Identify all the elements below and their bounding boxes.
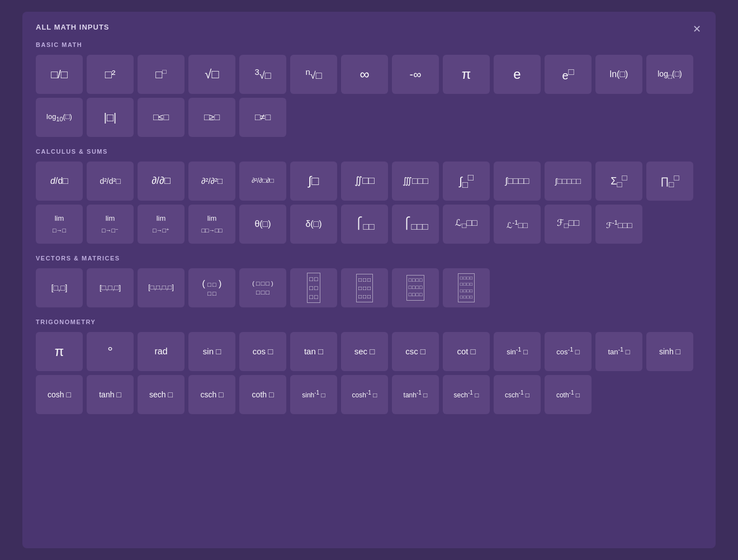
arcsin-btn[interactable]: sin-1 □ [494, 332, 541, 371]
arctan-btn[interactable]: tan-1 □ [595, 332, 642, 371]
liminf-btn[interactable]: lim□□→□□ [188, 205, 235, 244]
cosh-btn[interactable]: cosh □ [36, 375, 83, 414]
cos-btn[interactable]: cos □ [239, 332, 286, 371]
dblintegral-btn[interactable]: ∬□□ [341, 162, 388, 201]
product-btn[interactable]: ∏□□ [646, 162, 693, 201]
power-btn[interactable]: □□ [138, 55, 184, 94]
deriv2-btn[interactable]: d²/d²□ [87, 162, 134, 201]
geq-btn[interactable]: □≥□ [188, 98, 235, 137]
log-btn[interactable]: log□(□) [646, 55, 693, 94]
arcsinh-btn[interactable]: sinh-1 □ [290, 375, 337, 414]
partial2-btn[interactable]: ∂²/∂²□ [188, 162, 235, 201]
fraction-btn[interactable]: □/□ [36, 55, 83, 94]
neq-btn[interactable]: □≠□ [239, 98, 286, 137]
fourier-btn[interactable]: ℱ□□□ [545, 205, 592, 244]
arccosh-btn[interactable]: cosh-1 □ [341, 375, 388, 414]
sum-btn[interactable]: Σ□□ [595, 162, 642, 201]
piecewise2-btn[interactable]: ⎧□□ [341, 205, 388, 244]
vec4-btn[interactable]: [□,□,□,□] [138, 268, 184, 307]
defintegral-btn[interactable]: ∫□□ [443, 162, 490, 201]
inf-btn[interactable]: ∞ [341, 55, 388, 94]
arccos-btn[interactable]: cos-1 □ [545, 332, 592, 371]
cot-btn[interactable]: cot □ [443, 332, 490, 371]
deriv-btn[interactable]: d/d□ [36, 162, 83, 201]
exp-btn[interactable]: e□ [545, 55, 592, 94]
basic-math-label: BASIC MATH [36, 41, 702, 48]
math-inputs-dialog: ALL MATH INPUTS ✕ BASIC MATH □/□ □² □□ √… [22, 12, 716, 548]
theta-btn[interactable]: θ(□) [239, 205, 286, 244]
dialog-title: ALL MATH INPUTS [36, 23, 702, 31]
delta-btn[interactable]: δ(□) [290, 205, 337, 244]
arccoth-btn[interactable]: coth-1 □ [545, 375, 592, 414]
trig-grid2: cosh □ tanh □ sech □ csch □ coth □ sinh-… [36, 375, 702, 414]
coth-btn[interactable]: coth □ [239, 375, 286, 414]
mat33-btn[interactable]: □□□□□□□□□ [341, 268, 388, 307]
sec-btn[interactable]: sec □ [341, 332, 388, 371]
ln-btn[interactable]: ln(□) [595, 55, 642, 94]
mat43-btn[interactable]: □□□□□□□□□□□□ [392, 268, 439, 307]
calculus-grid1: d/d□ d²/d²□ ∂/∂□ ∂²/∂²□ ∂²/∂□∂□ ∫□ ∬□□ ∭… [36, 162, 702, 201]
vectors-section: VECTORS & MATRICES [□,□] [□,□,□] [□,□,□,… [36, 255, 702, 307]
tan-btn[interactable]: tan □ [290, 332, 337, 371]
vec2-btn[interactable]: [□,□] [36, 268, 83, 307]
basic-math-section: BASIC MATH □/□ □² □□ √□ 3√□ n√□ ∞ -∞ π e… [36, 41, 702, 137]
defintegral2-btn[interactable]: ∫□□□□ [494, 162, 541, 201]
arcsech-btn[interactable]: sech-1 □ [443, 375, 490, 414]
sinh-btn[interactable]: sinh □ [646, 332, 693, 371]
piecewise3-btn[interactable]: ⎧□□□ [392, 205, 439, 244]
neginf-btn[interactable]: -∞ [392, 55, 439, 94]
arctanh-btn[interactable]: tanh-1 □ [392, 375, 439, 414]
calculus-grid2: lim□→□ lim□→□⁻ lim□→□⁺ lim□□→□□ θ(□) δ(□… [36, 205, 702, 244]
trig-rad-btn[interactable]: rad [138, 332, 184, 371]
nrt-btn[interactable]: n√□ [290, 55, 337, 94]
partial-btn[interactable]: ∂/∂□ [138, 162, 184, 201]
limleft-btn[interactable]: lim□→□⁻ [87, 205, 134, 244]
mat32-btn[interactable]: □□□□□□ [290, 268, 337, 307]
close-button[interactable]: ✕ [689, 22, 704, 36]
sech-btn[interactable]: sech □ [138, 375, 184, 414]
csch-btn[interactable]: csch □ [188, 375, 235, 414]
mat23-btn[interactable]: ( □□□□□□ ) [239, 268, 286, 307]
tanh-btn[interactable]: tanh □ [87, 375, 134, 414]
laplaceinv-btn[interactable]: ℒ-1□□ [494, 205, 541, 244]
partialmix-btn[interactable]: ∂²/∂□∂□ [239, 162, 286, 201]
fourierinv-btn[interactable]: ℱ-1□□□ [595, 205, 642, 244]
csc-btn[interactable]: csc □ [392, 332, 439, 371]
arccsch-btn[interactable]: csch-1 □ [494, 375, 541, 414]
cbrt-btn[interactable]: 3√□ [239, 55, 286, 94]
mat22-btn[interactable]: ( □□□□ ) [188, 268, 235, 307]
vectors-label: VECTORS & MATRICES [36, 255, 702, 262]
defintegral3-btn[interactable]: ∫□□□□□ [545, 162, 592, 201]
square-btn[interactable]: □² [87, 55, 134, 94]
laplace-btn[interactable]: ℒ□□□ [443, 205, 490, 244]
trigonometry-section: TRIGONOMETRY π ° rad sin □ cos □ tan □ s… [36, 319, 702, 414]
leq-btn[interactable]: □≤□ [138, 98, 184, 137]
limright-btn[interactable]: lim□→□⁺ [138, 205, 184, 244]
tripleintegral-btn[interactable]: ∭□□□ [392, 162, 439, 201]
sin-btn[interactable]: sin □ [188, 332, 235, 371]
lim-btn[interactable]: lim□→□ [36, 205, 83, 244]
mat44-btn[interactable]: □□□□□□□□□□□□□□□□ [443, 268, 490, 307]
basic-math-grid2: log10(□) |□| □≤□ □≥□ □≠□ [36, 98, 702, 137]
trig-pi-btn[interactable]: π [36, 332, 83, 371]
log10-btn[interactable]: log10(□) [36, 98, 83, 137]
vectors-grid: [□,□] [□,□,□] [□,□,□,□] ( □□□□ ) ( □□□□□… [36, 268, 702, 307]
pi-btn[interactable]: π [443, 55, 490, 94]
vec3-btn[interactable]: [□,□,□] [87, 268, 134, 307]
basic-math-grid: □/□ □² □□ √□ 3√□ n√□ ∞ -∞ π e e□ ln(□) l… [36, 55, 702, 94]
trig-grid1: π ° rad sin □ cos □ tan □ sec □ csc □ co… [36, 332, 702, 371]
trig-deg-btn[interactable]: ° [87, 332, 134, 371]
e-btn[interactable]: e [494, 55, 541, 94]
trigonometry-label: TRIGONOMETRY [36, 319, 702, 325]
sqrt-btn[interactable]: √□ [188, 55, 235, 94]
calculus-section: CALCULUS & SUMS d/d□ d²/d²□ ∂/∂□ ∂²/∂²□ … [36, 148, 702, 244]
abs-btn[interactable]: |□| [87, 98, 134, 137]
calculus-label: CALCULUS & SUMS [36, 148, 702, 155]
integral-btn[interactable]: ∫□ [290, 162, 337, 201]
